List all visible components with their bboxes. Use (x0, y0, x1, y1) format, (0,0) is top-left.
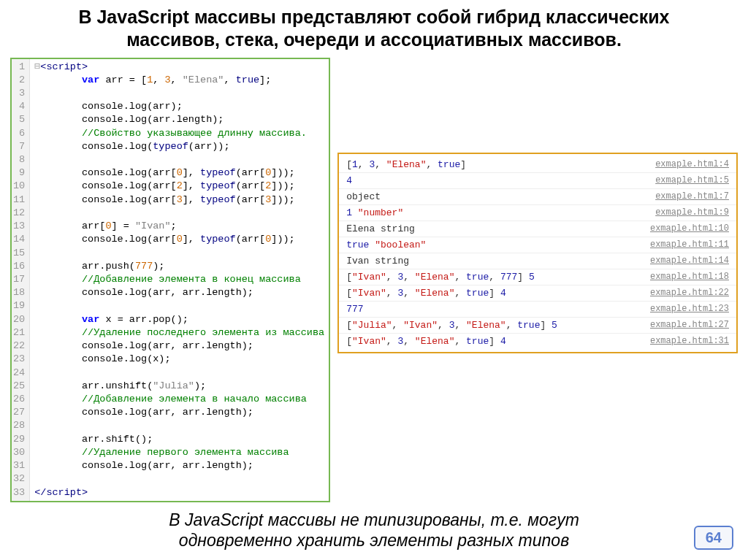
console-row: Elena stringexmaple.html:10 (339, 220, 736, 237)
console-output: object (346, 191, 381, 202)
footer-line1: В JavaScript массивы не типизированы, т.… (169, 510, 579, 529)
console-source-link[interactable]: exmaple.html:31 (650, 336, 729, 347)
console-row: ["Julia", "Ivan", 3, "Elena", true] 5exm… (339, 317, 736, 333)
slide-footer: В JavaScript массивы не типизированы, т.… (10, 510, 738, 552)
console-row: ["Ivan", 3, "Elena", true] 4exmaple.html… (339, 333, 736, 349)
console-source-link[interactable]: exmaple.html:18 (650, 272, 729, 283)
footer-line2: одновременно хранить элементы разных тип… (179, 531, 569, 550)
title-line1: В JavaScript массивы представляют собой … (78, 7, 669, 27)
console-source-link[interactable]: exmaple.html:27 (650, 320, 729, 331)
console-output: [1, 3, "Elena", true] (346, 159, 466, 170)
console-output-panel: [1, 3, "Elena", true]exmaple.html:44exma… (337, 153, 738, 353)
console-source-link[interactable]: exmaple.html:23 (650, 304, 729, 315)
console-output: 777 (346, 304, 363, 315)
console-source-link[interactable]: exmaple.html:9 (655, 207, 729, 218)
code-body: ⊟<script> var arr = [1, 3, "Elena", true… (30, 59, 329, 501)
console-output: ["Ivan", 3, "Elena", true, 777] 5 (346, 272, 535, 283)
console-row: objectexmaple.html:7 (339, 188, 736, 204)
slide-title: В JavaScript массивы представляют собой … (10, 6, 738, 52)
console-output: ["Ivan", 3, "Elena", true] 4 (346, 336, 506, 347)
console-source-link[interactable]: exmaple.html:22 (650, 288, 729, 299)
console-source-link[interactable]: exmaple.html:7 (655, 191, 729, 202)
console-source-link[interactable]: exmaple.html:4 (655, 159, 729, 170)
console-output: ["Julia", "Ivan", 3, "Elena", true] 5 (346, 320, 557, 331)
console-row: 777exmaple.html:23 (339, 301, 736, 317)
console-source-link[interactable]: exmaple.html:10 (650, 223, 729, 234)
console-source-link[interactable]: exmaple.html:5 (655, 175, 729, 186)
console-row: Ivan stringexmaple.html:14 (339, 253, 736, 269)
console-output: ["Ivan", 3, "Elena", true] 4 (346, 288, 506, 299)
content-row: 1 2 3 4 5 6 7 8 9 10 11 12 13 14 15 16 1… (10, 58, 738, 502)
page-number-badge: 64 (694, 526, 733, 550)
console-row: [1, 3, "Elena", true]exmaple.html:4 (339, 157, 736, 172)
console-output: Elena string (346, 223, 415, 234)
title-line2: массивов, стека, очереди и ассоциативных… (126, 29, 622, 50)
console-row: ["Ivan", 3, "Elena", true, 777] 5exmaple… (339, 269, 736, 285)
console-output: 4 (346, 175, 352, 186)
console-row: true "boolean"exmaple.html:11 (339, 237, 736, 253)
console-row: 4exmaple.html:5 (339, 172, 736, 188)
console-row: ["Ivan", 3, "Elena", true] 4exmaple.html… (339, 285, 736, 301)
console-row: 1 "number"exmaple.html:9 (339, 204, 736, 220)
console-source-link[interactable]: exmaple.html:14 (650, 256, 729, 266)
code-editor-panel: 1 2 3 4 5 6 7 8 9 10 11 12 13 14 15 16 1… (10, 58, 330, 502)
console-output: Ivan string (346, 256, 409, 266)
console-output: true "boolean" (346, 239, 426, 250)
line-number-gutter: 1 2 3 4 5 6 7 8 9 10 11 12 13 14 15 16 1… (12, 59, 30, 501)
console-output: 1 "number" (346, 207, 403, 218)
console-source-link[interactable]: exmaple.html:11 (650, 239, 729, 250)
